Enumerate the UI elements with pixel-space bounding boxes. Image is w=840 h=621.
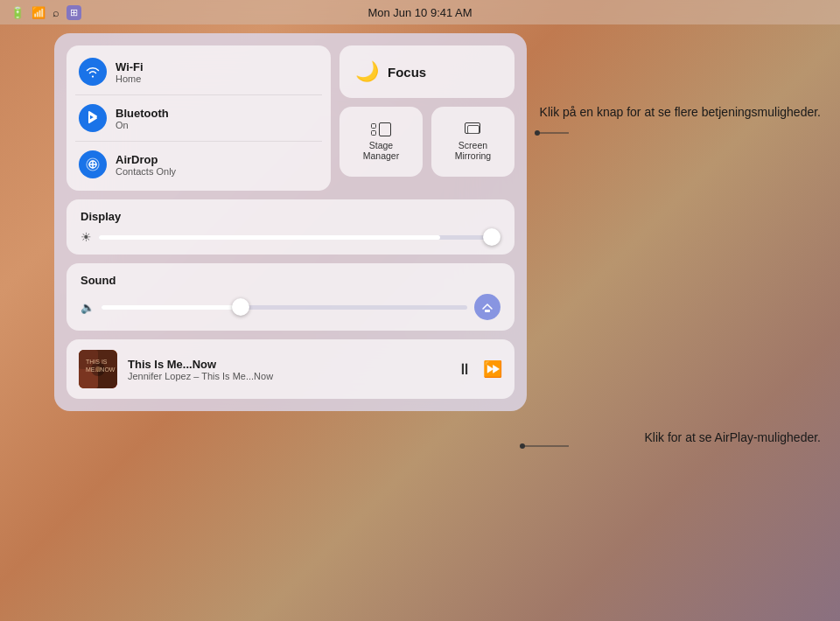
skip-forward-button[interactable]: ⏩ <box>483 359 502 379</box>
airdrop-label: AirDrop <box>116 153 176 166</box>
airplay-button[interactable] <box>474 294 500 320</box>
brightness-low-icon: ☀ <box>80 230 92 244</box>
pause-button[interactable]: ⏸ <box>457 360 472 379</box>
bluetooth-label: Bluetooth <box>116 107 169 120</box>
network-tile: Wi-Fi Home Bluetooth On <box>66 45 331 191</box>
airplay-annotation-text: Klik for at se AirPlay-muligheder. <box>644 429 821 447</box>
battery-icon: 🔋 <box>10 6 24 19</box>
top-section: Wi-Fi Home Bluetooth On <box>66 45 514 191</box>
bluetooth-text: Bluetooth On <box>116 107 169 130</box>
display-title: Display <box>80 210 500 223</box>
airplay-annotation: Klik for at se AirPlay-muligheder. <box>644 429 821 447</box>
control-center-panel: Wi-Fi Home Bluetooth On <box>54 33 527 411</box>
bottom-right-tiles: StageManager ScreenMirroring <box>340 107 514 177</box>
bluetooth-item[interactable]: Bluetooth On <box>79 104 318 132</box>
display-section: Display ☀ <box>66 199 514 255</box>
airdrop-sub: Contacts Only <box>116 166 176 177</box>
playback-controls: ⏸ ⏩ <box>457 359 502 379</box>
screen-mirroring-icon <box>465 122 482 136</box>
song-title: This Is Me...Now <box>128 358 446 371</box>
wifi-label: Wi-Fi <box>116 60 144 73</box>
now-playing-section: THIS IS ME...NOW This Is Me...Now Jennif… <box>66 339 514 399</box>
display-slider-track[interactable] <box>99 235 500 240</box>
volume-low-icon: 🔈 <box>80 301 94 314</box>
divider-1 <box>75 94 322 95</box>
wifi-text: Wi-Fi Home <box>116 60 144 84</box>
bluetooth-icon <box>79 104 107 132</box>
svg-point-11 <box>535 130 540 136</box>
sound-slider-fill <box>102 305 241 310</box>
right-tiles: 🌙 Focus StageManager <box>340 45 514 191</box>
wifi-menu-icon: 📶 <box>32 6 46 19</box>
screen-mirroring-label: ScreenMirroring <box>455 140 491 161</box>
display-slider-thumb[interactable] <box>483 228 500 246</box>
svg-rect-2 <box>485 310 490 312</box>
button-annotation: Klik på en knap for at se flere betjenin… <box>540 103 821 122</box>
airdrop-text: AirDrop Contacts Only <box>116 153 176 177</box>
now-playing-text: This Is Me...Now Jennifer Lopez – This I… <box>128 358 446 381</box>
focus-tile[interactable]: 🌙 Focus <box>340 45 514 98</box>
focus-label: Focus <box>388 65 426 80</box>
svg-point-13 <box>520 443 525 449</box>
menubar: 🔋 📶 ⌕ ⊞ Mon Jun 10 9:41 AM <box>0 0 840 24</box>
button-annotation-text: Klik på en knap for at se flere betjenin… <box>540 103 821 122</box>
bluetooth-sub: On <box>116 120 169 130</box>
wifi-item[interactable]: Wi-Fi Home <box>79 58 318 86</box>
divider-2 <box>75 141 322 142</box>
screen-mirroring-tile[interactable]: ScreenMirroring <box>431 107 514 177</box>
sound-section: Sound 🔈 <box>66 263 514 331</box>
display-slider-fill <box>99 235 440 240</box>
focus-moon-icon: 🌙 <box>355 60 379 83</box>
stage-manager-icon <box>371 122 391 136</box>
sound-slider-thumb[interactable] <box>232 298 249 316</box>
song-artist: Jennifer Lopez – This Is Me...Now <box>128 371 446 381</box>
sound-slider-track[interactable] <box>102 305 467 310</box>
sound-title: Sound <box>80 274 500 287</box>
airdrop-item[interactable]: AirDrop Contacts Only <box>79 150 318 178</box>
wifi-sub: Home <box>116 73 144 84</box>
menubar-datetime: Mon Jun 10 9:41 AM <box>368 6 472 19</box>
wifi-icon <box>79 58 107 86</box>
control-center-menu-icon[interactable]: ⊞ <box>66 5 81 20</box>
display-slider-row: ☀ <box>80 230 500 244</box>
stage-manager-tile[interactable]: StageManager <box>340 107 423 177</box>
album-art: THIS IS ME...NOW <box>79 350 117 388</box>
stage-manager-label: StageManager <box>363 140 399 161</box>
svg-text:THIS IS: THIS IS <box>86 359 108 365</box>
search-menu-icon: ⌕ <box>52 6 60 19</box>
svg-text:ME...NOW: ME...NOW <box>86 366 116 373</box>
airdrop-icon <box>79 150 107 178</box>
sound-slider-row: 🔈 <box>80 294 500 320</box>
